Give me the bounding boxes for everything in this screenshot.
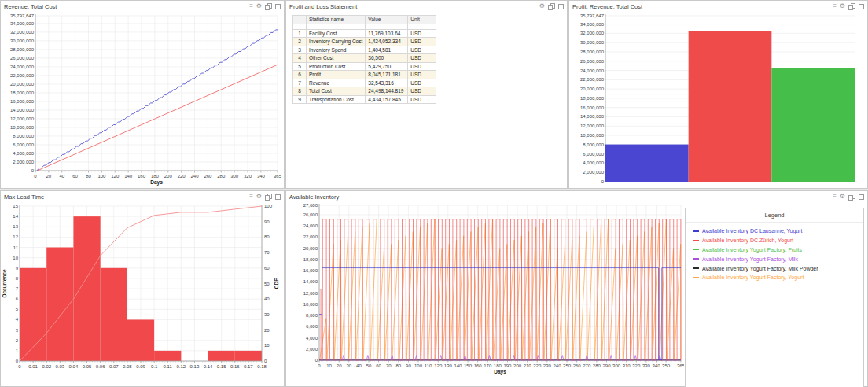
svg-text:2: 2: [16, 338, 19, 343]
table-row[interactable]: 8Total Cost24,498,144.819USD: [293, 87, 436, 96]
svg-text:50: 50: [366, 363, 372, 368]
gear-icon[interactable]: ⚙: [840, 194, 845, 200]
table-row[interactable]: 9Transportation Cost4,434,157.845USD: [293, 95, 436, 104]
svg-text:120: 120: [111, 174, 120, 179]
copy-icon[interactable]: [848, 3, 855, 10]
table-cell: USD: [408, 46, 436, 54]
legend-item[interactable]: Available Inventory DC Lausanne, Yogurt: [687, 227, 862, 236]
table-corner-header[interactable]: [293, 16, 307, 24]
svg-text:100: 100: [414, 363, 423, 368]
svg-text:22,000: 22,000: [303, 234, 318, 239]
table-cell: Profit: [307, 71, 366, 79]
svg-text:200: 200: [164, 174, 173, 179]
svg-text:28,000,000: 28,000,000: [10, 47, 35, 52]
table-filter-cell[interactable]: [408, 24, 436, 29]
expand-icon[interactable]: [859, 194, 864, 200]
expand-icon[interactable]: [275, 4, 281, 9]
table-column-header[interactable]: Statistics name: [307, 16, 366, 24]
svg-text:1: 1: [16, 348, 19, 353]
copy-icon[interactable]: [265, 194, 272, 201]
expand-icon[interactable]: [558, 4, 564, 9]
table-column-header[interactable]: Unit: [408, 16, 436, 24]
table-filter-cell[interactable]: [307, 24, 366, 29]
legend-item[interactable]: Available Inventory Yogurt Factory, Yogu…: [687, 273, 862, 282]
panel-header: Profit, Revenue, Total Cost ≡ ⚙: [569, 1, 867, 11]
svg-text:0.06: 0.06: [96, 364, 105, 369]
svg-text:0.17: 0.17: [244, 364, 253, 369]
svg-text:10: 10: [264, 343, 270, 348]
list-icon[interactable]: ≡: [249, 194, 253, 200]
expand-icon[interactable]: [275, 194, 281, 200]
table-cell: Other Cost: [307, 54, 366, 63]
table-cell: USD: [408, 54, 436, 63]
svg-text:32,000,000: 32,000,000: [10, 30, 35, 35]
svg-text:80: 80: [264, 234, 270, 239]
svg-text:35,797,647: 35,797,647: [10, 13, 35, 18]
svg-text:0: 0: [16, 359, 19, 363]
svg-text:200: 200: [513, 363, 522, 368]
gear-icon[interactable]: ⚙: [840, 3, 845, 9]
expand-icon[interactable]: [859, 4, 864, 9]
table-column-header[interactable]: Value: [366, 16, 408, 24]
legend-item[interactable]: Available Inventory DC Zürich, Yogurt: [687, 236, 862, 245]
table-filter-row[interactable]: [293, 24, 436, 29]
svg-text:4: 4: [16, 317, 19, 322]
table-row[interactable]: 1Facility Cost11,769,103.64USD: [293, 29, 436, 38]
table-cell: 32,543,316: [366, 79, 408, 87]
svg-text:30,000,000: 30,000,000: [580, 40, 605, 45]
gear-icon[interactable]: ⚙: [256, 194, 262, 200]
table-row[interactable]: 3Inventory Spend1,404,581USD: [293, 46, 436, 54]
copy-icon[interactable]: [848, 194, 855, 201]
svg-text:180: 180: [151, 174, 160, 179]
table-row[interactable]: 7Revenue32,543,316USD: [293, 79, 436, 87]
gear-icon[interactable]: ⚙: [539, 3, 545, 9]
legend-swatch: [693, 267, 699, 269]
svg-text:70: 70: [386, 363, 392, 368]
panel-available-inventory: Available Inventory ≡ ⚙ 02,0004,0006,000…: [285, 190, 868, 387]
svg-text:80: 80: [395, 363, 401, 368]
svg-text:20,000,000: 20,000,000: [580, 87, 605, 91]
table-row[interactable]: 5Production Cost5,429,750USD: [293, 62, 436, 71]
svg-text:8,000,000: 8,000,000: [13, 134, 34, 138]
table-row[interactable]: 6Profit8,045,171.181USD: [293, 71, 436, 79]
svg-text:365: 365: [677, 363, 684, 368]
svg-text:30,000,000: 30,000,000: [10, 39, 35, 43]
svg-text:290: 290: [602, 363, 611, 368]
svg-text:26,000: 26,000: [303, 212, 318, 217]
panel-title: Revenue, Total Cost: [4, 3, 57, 10]
copy-icon[interactable]: [548, 3, 555, 10]
legend-item[interactable]: Available Inventory Yogurt Factory, Milk: [687, 254, 862, 264]
svg-text:330: 330: [642, 363, 651, 368]
svg-text:24,000: 24,000: [303, 223, 318, 228]
svg-text:7: 7: [16, 286, 19, 291]
legend-item[interactable]: Available Inventory Yogurt Factory, Frui…: [687, 245, 862, 255]
svg-text:160: 160: [138, 174, 146, 179]
available-inventory-chart: 02,0004,0006,0008,00010,00012,00014,0001…: [286, 201, 684, 385]
svg-text:34,000,000: 34,000,000: [580, 22, 605, 27]
legend-swatch: [693, 258, 699, 260]
profit-and-loss-table[interactable]: Statistics nameValueUnit 1Facility Cost1…: [292, 15, 436, 104]
svg-text:50: 50: [264, 282, 270, 286]
table-row[interactable]: 2Inventory Carrying Cost1,424,052.334USD: [293, 38, 436, 46]
list-icon[interactable]: ≡: [833, 3, 837, 9]
chart-legend: Legend Available Inventory DC Lausanne, …: [685, 208, 864, 387]
table-filter-cell[interactable]: [293, 24, 307, 29]
svg-text:0: 0: [264, 359, 267, 363]
table-filter-cell[interactable]: [366, 24, 408, 29]
gear-icon[interactable]: ⚙: [256, 3, 262, 9]
table-row[interactable]: 4Other Cost36,500USD: [293, 54, 436, 63]
svg-text:0.07: 0.07: [109, 364, 119, 369]
table-cell: 36,500: [366, 54, 408, 63]
svg-text:4,000: 4,000: [306, 336, 318, 341]
legend-item[interactable]: Available Inventory Yogurt Factory, Milk…: [687, 264, 862, 273]
svg-text:120: 120: [434, 363, 443, 368]
table-cell: USD: [408, 38, 436, 46]
panel-toolbar: ≡ ⚙: [833, 3, 864, 10]
copy-icon[interactable]: [265, 3, 272, 10]
svg-text:12: 12: [13, 234, 18, 239]
list-icon[interactable]: ≡: [249, 3, 253, 9]
legend-label: Available Inventory Yogurt Factory, Yogu…: [702, 275, 804, 280]
svg-text:8,000,000: 8,000,000: [583, 142, 604, 147]
list-icon[interactable]: ≡: [833, 194, 837, 200]
panel-revenue-total-cost: Revenue, Total Cost ≡ ⚙ 02,000,0004,000,…: [0, 0, 285, 189]
